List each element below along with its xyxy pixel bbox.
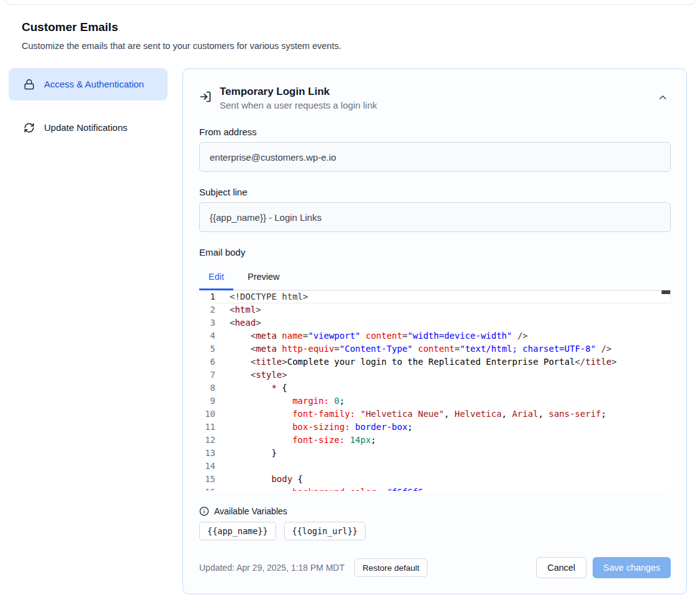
code-line-content: } [215, 447, 671, 460]
from-address-input[interactable] [199, 142, 671, 172]
card-header-texts: Temporary Login Link Sent when a user re… [220, 86, 647, 110]
sidebar-item-label: Access & Authentication [44, 77, 144, 92]
line-number: 6 [199, 355, 215, 369]
temporary-login-link-card: Temporary Login Link Sent when a user re… [182, 68, 687, 594]
code-line-content: <style> [215, 369, 671, 382]
code-line-content: <head> [215, 316, 671, 329]
code-line-content: font-size: 14px; [215, 434, 671, 447]
code-line[interactable]: 14 [199, 460, 671, 473]
sidebar-item-update-notifications[interactable]: Update Notifications [9, 112, 168, 144]
code-line[interactable]: 9 margin: 0; [199, 395, 671, 408]
line-number: 16 [199, 486, 215, 491]
code-line[interactable]: 7 <style> [199, 369, 671, 382]
line-number: 13 [199, 447, 215, 460]
code-line-content: background-color: #f6f6f6; [215, 486, 671, 491]
code-line[interactable]: 15 body { [199, 473, 671, 486]
line-number: 15 [199, 473, 215, 486]
sidebar: Access & Authentication Update Notificat… [9, 68, 168, 144]
code-line-content: <meta http-equiv="Content-Type" content=… [215, 342, 671, 355]
chevron-up-icon [657, 92, 668, 105]
variable-chip-app-name[interactable]: {{app_name}} [199, 522, 276, 540]
line-number: 1 [199, 290, 215, 303]
line-number: 5 [199, 342, 215, 355]
code-line[interactable]: 6 <title>Complete your login to the Repl… [199, 355, 671, 369]
line-number: 4 [199, 329, 215, 342]
tab-preview[interactable]: Preview [238, 266, 289, 290]
line-number: 9 [199, 395, 215, 408]
editor-tabbar: Edit Preview [199, 266, 671, 290]
collapse-button[interactable] [655, 89, 671, 107]
previous-card-bottom-edge [5, 0, 695, 5]
code-line[interactable]: 11 box-sizing: border-box; [199, 421, 671, 434]
code-line[interactable]: 4 <meta name="viewport" content="width=d… [199, 329, 671, 342]
card-footer: Updated: Apr 29, 2025, 1:18 PM MDT Resto… [199, 557, 671, 578]
code-line-content: <!DOCTYPE html> [215, 290, 671, 303]
code-line[interactable]: 1<!DOCTYPE html> [199, 290, 671, 303]
code-line-content: body { [215, 473, 671, 486]
line-number: 11 [199, 421, 215, 434]
page-header: Customer Emails Customize the emails tha… [22, 20, 678, 51]
code-line[interactable]: 5 <meta http-equiv="Content-Type" conten… [199, 342, 671, 355]
code-line-content: <html> [215, 303, 671, 316]
sidebar-item-label: Update Notifications [44, 120, 127, 135]
code-line[interactable]: 16 background-color: #f6f6f6; [199, 486, 671, 491]
subject-line-input[interactable] [199, 202, 671, 232]
code-line-content: <meta name="viewport" content="width=dev… [215, 329, 671, 342]
updated-timestamp: Updated: Apr 29, 2025, 1:18 PM MDT [199, 563, 344, 573]
code-line[interactable]: 3<head> [199, 316, 671, 329]
lock-icon [24, 79, 35, 90]
login-icon [199, 91, 212, 105]
save-changes-button[interactable]: Save changes [593, 557, 671, 578]
variable-chips: {{app_name}} {{login_url}} [199, 522, 671, 540]
card-header: Temporary Login Link Sent when a user re… [199, 86, 671, 110]
code-line[interactable]: 8 * { [199, 382, 671, 395]
code-line-content: <title>Complete your login to the Replic… [215, 355, 671, 369]
from-address-label: From address [199, 127, 671, 137]
code-line[interactable]: 12 font-size: 14px; [199, 434, 671, 447]
email-body-label: Email body [199, 247, 671, 257]
code-line[interactable]: 13 } [199, 447, 671, 460]
page-title: Customer Emails [22, 20, 678, 34]
available-variables-row: Available Variables [199, 506, 671, 516]
sidebar-item-access-authentication[interactable]: Access & Authentication [9, 68, 168, 101]
code-line-content [215, 460, 671, 473]
code-line-content: * { [215, 382, 671, 395]
line-number: 12 [199, 434, 215, 447]
code-lines: 1<!DOCTYPE html>2<html>3<head>4 <meta na… [199, 290, 671, 491]
line-number: 14 [199, 460, 215, 473]
line-number: 3 [199, 316, 215, 329]
page-subtitle: Customize the emails that are sent to yo… [22, 41, 678, 51]
tab-edit[interactable]: Edit [199, 266, 233, 290]
info-icon [199, 506, 209, 516]
card-title: Temporary Login Link [220, 86, 647, 98]
cancel-button[interactable]: Cancel [536, 557, 586, 578]
code-line[interactable]: 10 font-family: "Helvetica Neue", Helvet… [199, 408, 671, 421]
code-line-content: box-sizing: border-box; [215, 421, 671, 434]
code-line[interactable]: 2<html> [199, 303, 671, 316]
available-variables-label: Available Variables [214, 506, 287, 516]
variable-chip-login-url[interactable]: {{login_url}} [284, 522, 366, 540]
main-layout: Access & Authentication Update Notificat… [9, 68, 687, 594]
code-line-content: margin: 0; [215, 395, 671, 408]
editor-scrollbar-thumb[interactable] [662, 290, 670, 294]
line-number: 8 [199, 382, 215, 395]
subject-line-label: Subject line [199, 187, 671, 197]
refresh-icon [24, 122, 35, 133]
line-number: 7 [199, 369, 215, 382]
code-editor[interactable]: 1<!DOCTYPE html>2<html>3<head>4 <meta na… [199, 290, 671, 491]
line-number: 10 [199, 408, 215, 421]
code-line-content: font-family: "Helvetica Neue", Helvetica… [215, 408, 671, 421]
restore-default-button[interactable]: Restore default [354, 558, 428, 577]
card-subtitle: Sent when a user requests a login link [220, 100, 647, 110]
line-number: 2 [199, 303, 215, 316]
